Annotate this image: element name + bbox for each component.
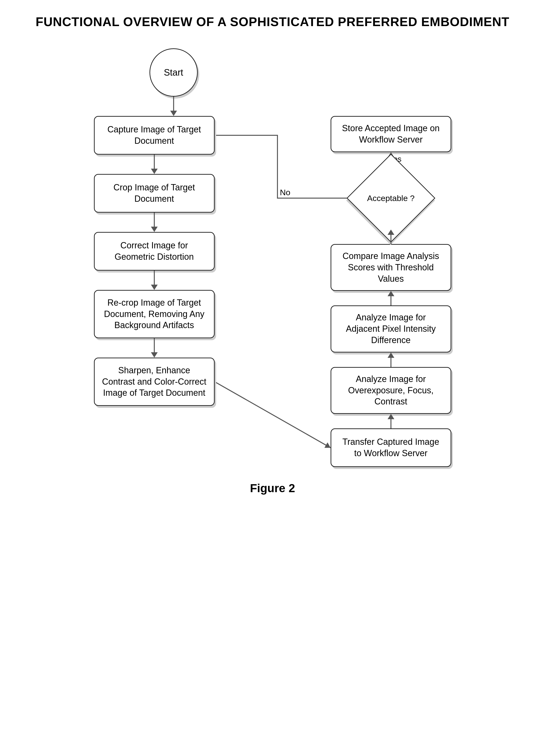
capture-node: Capture Image of Target Document [94,116,215,155]
recrop-label: Re-crop Image of Target Document, Removi… [102,297,207,331]
page: FUNCTIONAL OVERVIEW OF A SOPHISTICATED P… [10,14,535,495]
correct-label: Correct Image for Geometric Distortion [102,240,207,263]
arrow-crop-to-correct [151,213,158,232]
analyze-over-node: Analyze Image for Overexposure, Focus, C… [330,367,451,414]
crop-node: Crop Image of Target Document [94,174,215,213]
page-title: FUNCTIONAL OVERVIEW OF A SOPHISTICATED P… [36,14,509,29]
diagram: No Start Capture Image of Target Documen… [43,48,502,495]
transfer-node: Transfer Captured Image to Workflow Serv… [330,428,451,467]
compare-node: Compare Image Analysis Scores with Thres… [330,244,451,291]
capture-label: Capture Image of Target Document [102,124,207,147]
arrow-recrop-to-sharpen [151,338,158,358]
sharpen-label: Sharpen, Enhance Contrast and Color-Corr… [102,365,207,399]
acceptable-diamond: Acceptable ? [359,167,422,230]
correct-node: Correct Image for Geometric Distortion [94,232,215,271]
arrow-compare-to-analyze-adj [387,291,394,305]
arrow-start-to-capture [170,97,177,116]
arrow-analyze-over-to-transfer [387,414,394,428]
start-label: Start [164,67,183,78]
recrop-node: Re-crop Image of Target Document, Removi… [94,290,215,338]
arrow-correct-to-recrop [151,271,158,290]
store-label: Store Accepted Image on Workflow Server [338,123,443,145]
crop-label: Crop Image of Target Document [102,182,207,205]
left-column: Capture Image of Target Document Crop Im… [43,116,266,467]
right-column: Store Accepted Image on Workflow Server … [280,116,502,467]
sharpen-node: Sharpen, Enhance Contrast and Color-Corr… [94,358,215,406]
compare-label: Compare Image Analysis Scores with Thres… [338,251,443,284]
analyze-adjacent-node: Analyze Image for Adjacent Pixel Intensi… [330,305,451,352]
start-node: Start [150,48,198,97]
arrow-diamond-to-compare [387,230,394,244]
analyze-adjacent-label: Analyze Image for Adjacent Pixel Intensi… [338,312,443,346]
arrow-capture-to-crop [151,155,158,174]
figure-label: Figure 2 [250,482,295,495]
store-node: Store Accepted Image on Workflow Server [330,116,451,152]
arrow-analyze-adj-to-analyze-over [387,353,394,367]
transfer-label: Transfer Captured Image to Workflow Serv… [338,436,443,459]
acceptable-label: Acceptable ? [367,194,415,203]
analyze-over-label: Analyze Image for Overexposure, Focus, C… [338,374,443,407]
